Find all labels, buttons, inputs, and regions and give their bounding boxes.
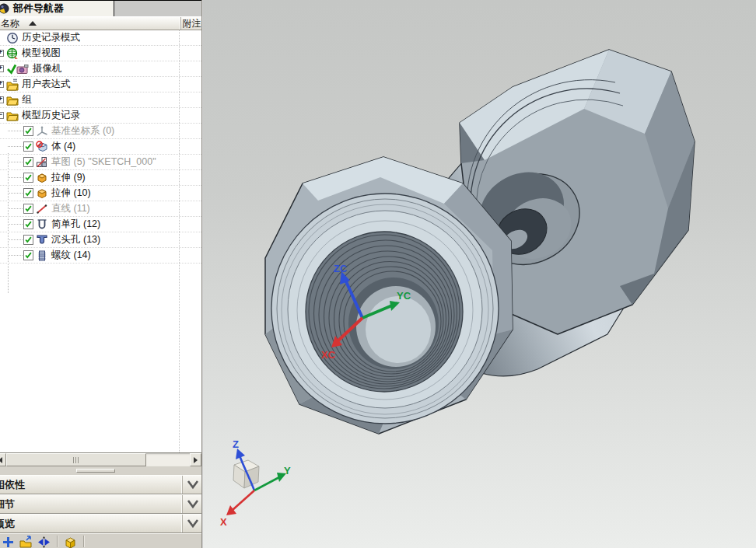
feature-checkbox[interactable] bbox=[23, 126, 33, 136]
graphics-viewport[interactable]: ZC YC XC Z Y X bbox=[203, 0, 756, 548]
chevron-down-icon bbox=[186, 480, 200, 490]
tree-row-label: 直线 (11) bbox=[51, 202, 90, 215]
tree-row-label: 模型视图 bbox=[22, 47, 61, 60]
tree-row[interactable]: 历史记录模式 bbox=[0, 30, 201, 46]
tree-row[interactable]: 直线 (11) bbox=[0, 201, 201, 217]
tree-row[interactable]: +用户表达式 bbox=[0, 77, 201, 92]
pane-dependencies-label: 相依性 bbox=[0, 478, 182, 492]
add-icon[interactable] bbox=[2, 536, 15, 548]
tree-leader-line bbox=[8, 255, 23, 256]
tree-row[interactable]: 基准坐标系 (0) bbox=[0, 124, 201, 139]
arrow-left-icon bbox=[0, 457, 2, 463]
expand-icon[interactable]: + bbox=[0, 65, 4, 72]
tree-row-label: 拉伸 (9) bbox=[51, 171, 86, 184]
tree-row[interactable]: +模型视图 bbox=[0, 46, 201, 61]
feature-checkbox[interactable] bbox=[23, 204, 33, 214]
clock-icon bbox=[6, 32, 19, 44]
sort-ascending-icon[interactable] bbox=[29, 21, 37, 26]
tree-row[interactable]: 草图 (5) "SKETCH_000" bbox=[0, 155, 201, 170]
navigator-title-tab[interactable]: 部件导航器 bbox=[0, 1, 114, 17]
nx-application-window: 部件导航器 名称 附注 历史记录模式+模型视图+摄像机+用户表达式+组−模型历史… bbox=[0, 0, 756, 548]
tree-row[interactable]: 体 (4) bbox=[0, 139, 201, 155]
tree-row-label: 摄像机 bbox=[33, 62, 62, 75]
tree-row-label: 模型历史记录 bbox=[22, 109, 80, 122]
arrow-right-icon bbox=[194, 457, 198, 463]
tree-row-label: 用户表达式 bbox=[22, 78, 71, 91]
triad-x-label: X bbox=[220, 516, 227, 528]
tree-row[interactable]: −模型历史记录 bbox=[0, 108, 201, 124]
tree-row[interactable]: 拉伸 (10) bbox=[0, 186, 201, 201]
scroll-right-button[interactable] bbox=[190, 453, 201, 466]
folder-icon bbox=[6, 94, 19, 106]
feature-checkbox[interactable] bbox=[23, 141, 33, 152]
pane-details[interactable]: 细节 bbox=[0, 494, 202, 514]
scroll-left-button[interactable] bbox=[0, 453, 6, 466]
feature-checkbox[interactable] bbox=[23, 235, 33, 245]
expand-icon[interactable]: + bbox=[0, 50, 4, 57]
wcs-z-label: ZC bbox=[334, 263, 348, 274]
camera-check-icon bbox=[6, 63, 30, 75]
tree-row[interactable]: 沉头孔 (13) bbox=[0, 232, 201, 248]
column-name-header[interactable]: 名称 bbox=[0, 17, 180, 30]
panel-splitter[interactable] bbox=[0, 466, 202, 475]
tree-row[interactable]: 拉伸 (9) bbox=[0, 170, 201, 186]
splitter-grip[interactable] bbox=[76, 469, 115, 473]
pane-preview-expand-button[interactable] bbox=[182, 515, 202, 532]
folder-expression-icon bbox=[6, 79, 19, 91]
tree-horizontal-scrollbar[interactable] bbox=[0, 452, 201, 466]
part-cube-icon[interactable] bbox=[64, 536, 77, 548]
pane-details-expand-button[interactable] bbox=[182, 495, 202, 513]
feature-checkbox[interactable] bbox=[23, 188, 33, 198]
tree-row[interactable]: +摄像机 bbox=[0, 61, 201, 77]
model-scene: ZC YC XC Z Y X bbox=[203, 0, 756, 548]
feature-checkbox[interactable] bbox=[23, 219, 33, 229]
pane-dependencies-expand-button[interactable] bbox=[182, 476, 202, 494]
feature-checkbox[interactable] bbox=[23, 173, 33, 183]
pane-preview[interactable]: 预览 bbox=[0, 514, 202, 533]
extrude-icon bbox=[36, 172, 48, 184]
scrollbar-thumb[interactable] bbox=[6, 453, 146, 466]
tree-column-header: 名称 附注 bbox=[0, 16, 202, 30]
tree-row-label: 草图 (5) "SKETCH_000" bbox=[51, 155, 156, 169]
tree-leader-line bbox=[8, 239, 23, 240]
triad-z-label: Z bbox=[233, 438, 239, 450]
tree-row-label: 历史记录模式 bbox=[22, 31, 80, 44]
scrollbar-grip-icon bbox=[73, 457, 80, 463]
tree-row[interactable]: 螺纹 (14) bbox=[0, 248, 201, 264]
tree-leader-line bbox=[8, 208, 23, 209]
expand-icon[interactable]: + bbox=[0, 96, 4, 103]
feature-checkbox[interactable] bbox=[23, 157, 33, 167]
extrude-icon bbox=[36, 187, 48, 200]
folder-icon bbox=[6, 110, 19, 122]
tree-row-label: 简单孔 (12) bbox=[51, 218, 100, 231]
expand-icon[interactable]: + bbox=[0, 81, 4, 88]
datum-csys-icon bbox=[36, 125, 48, 138]
pane-details-label: 细节 bbox=[0, 497, 182, 511]
feature-tree: 历史记录模式+模型视图+摄像机+用户表达式+组−模型历史记录基准坐标系 (0)体… bbox=[0, 30, 201, 452]
export-folder-icon[interactable] bbox=[19, 536, 33, 548]
navigator-titlebar: 部件导航器 bbox=[0, 0, 202, 16]
pane-preview-label: 预览 bbox=[0, 517, 182, 531]
part-navigator-panel: 部件导航器 名称 附注 历史记录模式+模型视图+摄像机+用户表达式+组−模型历史… bbox=[0, 0, 202, 548]
tree-row[interactable]: +组 bbox=[0, 92, 201, 108]
tree-leader-line bbox=[8, 146, 23, 147]
bottom-toolbar bbox=[0, 533, 202, 548]
fit-view-icon[interactable] bbox=[37, 536, 51, 548]
feature-checkbox[interactable] bbox=[23, 250, 33, 260]
tree-row-label: 体 (4) bbox=[51, 140, 75, 153]
tree-row[interactable]: 简单孔 (12) bbox=[0, 217, 201, 232]
wcs-y-label: YC bbox=[397, 290, 411, 302]
triad-y-label: Y bbox=[284, 465, 291, 476]
tree-leader-line bbox=[8, 177, 23, 178]
tree-leader-line bbox=[8, 162, 23, 162]
thread-icon bbox=[36, 250, 48, 262]
pane-dependencies[interactable]: 相依性 bbox=[0, 475, 202, 494]
tree-leader-line bbox=[8, 224, 23, 225]
collapse-icon[interactable]: − bbox=[0, 112, 4, 119]
chevron-down-icon bbox=[186, 518, 200, 529]
toolbar-separator bbox=[83, 536, 84, 547]
column-note-header[interactable]: 附注 bbox=[180, 17, 202, 30]
line-icon bbox=[36, 203, 48, 215]
scrollbar-track[interactable] bbox=[6, 453, 190, 466]
counterbore-hole-icon bbox=[36, 234, 48, 246]
